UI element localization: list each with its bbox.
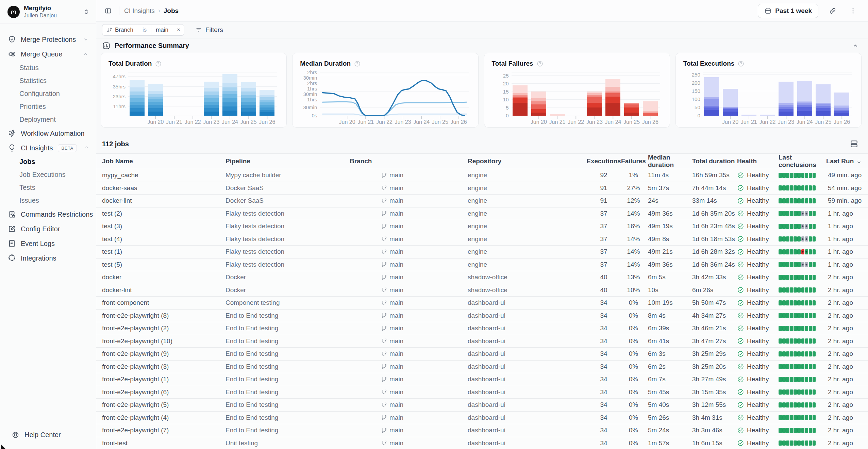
conclusion-success-square (813, 402, 816, 408)
filter-value[interactable]: main (151, 24, 173, 35)
table-row[interactable]: test (1)Flaky tests detectionmainengine3… (96, 246, 868, 259)
table-row[interactable]: front-e2e-playwright (8)End to End testi… (96, 310, 868, 322)
table-row[interactable]: front-testUnit testingmaindashboard-ui34… (96, 437, 868, 449)
branch-filter-chip[interactable]: Branch is main × (102, 24, 184, 36)
sidebar-item-jobs[interactable]: Jobs (0, 155, 96, 168)
conclusion-success-square (797, 351, 801, 356)
column-header-last-run[interactable]: Last Run (826, 157, 868, 165)
total-duration-cell: 1d 6h 23m 48s (692, 222, 737, 230)
branch-name: main (389, 363, 403, 370)
bar-jun-26 (643, 72, 658, 116)
conclusion-success-square (809, 364, 812, 369)
table-row[interactable]: mypy_cacheMypy cache buildermainengine92… (96, 169, 868, 182)
sidebar-item-statistics[interactable]: Statistics (0, 74, 96, 87)
conclusion-success-square (813, 440, 816, 446)
table-row[interactable]: front-e2e-playwright (3)End to End testi… (96, 361, 868, 373)
table-row[interactable]: test (4)Flaky tests detectionmainengine3… (96, 233, 868, 246)
filter-field[interactable]: Branch (102, 24, 138, 35)
table-row[interactable]: front-e2e-playwright (10)End to End test… (96, 335, 868, 348)
table-row[interactable]: front-e2e-playwright (4)End to End testi… (96, 412, 868, 425)
total-duration-cell: 1d 6h 36m 24s (692, 261, 737, 268)
y-axis-label: 10 (492, 97, 509, 102)
conclusion-success-square (797, 287, 801, 293)
sidebar-item-status[interactable]: Status (0, 62, 96, 74)
table-row[interactable]: test (5)Flaky tests detectionmainengine3… (96, 259, 868, 271)
health-cell: Healthy (737, 325, 779, 332)
table-row[interactable]: front-e2e-playwright (1)End to End testi… (96, 373, 868, 386)
share-link-button[interactable] (827, 5, 839, 17)
table-row[interactable]: dockerDockermainshadow-office4013%6m 5s3… (96, 271, 868, 284)
beta-badge: BETA (58, 144, 77, 152)
sidebar-item-tests[interactable]: Tests (0, 181, 96, 194)
column-header-label: Executions (586, 157, 621, 165)
conclusion-success-square (790, 440, 793, 446)
sidebar-item-config-editor[interactable]: Config Editor (0, 222, 96, 236)
table-row[interactable]: docker-lintDocker SaaSmainengine9112%24s… (96, 195, 868, 207)
more-options-button[interactable] (847, 5, 859, 17)
job-name-cell: front-test (102, 439, 226, 447)
view-toggle-icon[interactable] (849, 139, 859, 149)
sidebar-item-event-logs[interactable]: Event Logs (0, 236, 96, 251)
failures-cell: 1% (619, 171, 648, 179)
conclusion-success-square (805, 326, 808, 331)
sidebar-item-commands-restrictions[interactable]: Commands Restrictions (0, 207, 96, 222)
filters-button[interactable]: Filters (195, 26, 223, 34)
sidebar-item-help-center[interactable]: Help Center (0, 428, 96, 442)
breadcrumb-ci-insights[interactable]: CI Insights (124, 7, 155, 15)
column-header-job-name[interactable]: Job Name (102, 157, 226, 165)
conclusion-success-square (805, 185, 808, 190)
total-duration-cell: 7h 44m 14s (692, 184, 737, 192)
sidebar-collapse-button[interactable] (102, 5, 114, 17)
sidebar-item-integrations[interactable]: Integrations (0, 251, 96, 266)
filter-remove-button[interactable]: × (173, 24, 184, 35)
chevron-up-icon[interactable] (852, 42, 859, 49)
executions-cell: 92 (588, 171, 619, 179)
table-row[interactable]: docker-lintDockermainshadow-office4010%1… (96, 284, 868, 297)
conclusion-success-square (782, 275, 786, 280)
column-header-failures[interactable]: Failures (619, 157, 648, 165)
median-duration-cell: 6m 5s (648, 273, 692, 281)
last-conclusions-cell (779, 300, 826, 305)
table-row[interactable]: front-e2e-playwright (7)End to End testi… (96, 424, 868, 437)
bar-jun-23 (587, 72, 602, 116)
sidebar-item-label: Event Logs (21, 240, 89, 248)
column-header-repository[interactable]: Repository (468, 157, 588, 165)
table-row[interactable]: test (2)Flaky tests detectionmainengine3… (96, 207, 868, 220)
bar-jun-21 (741, 72, 756, 116)
sidebar-item-merge-queue[interactable]: Merge Queue (0, 47, 96, 62)
sidebar-item-deployment[interactable]: Deployment (0, 113, 96, 126)
conclusion-success-square (779, 440, 782, 446)
executions-cell: 40 (588, 286, 619, 294)
org-switcher[interactable]: Mergifyio Julien Danjou (0, 0, 96, 23)
date-range-button[interactable]: Past 1 week (758, 4, 818, 18)
table-row[interactable]: docker-saasDocker SaaSmainengine9127%5m … (96, 182, 868, 195)
last-conclusions-cell (779, 275, 826, 280)
table-row[interactable]: front-e2e-playwright (9)End to End testi… (96, 348, 868, 361)
x-axis-label: Jun 23 (395, 119, 411, 125)
table-row[interactable]: front-componentComponent testingmaindash… (96, 297, 868, 310)
sidebar-item-workflow-automation[interactable]: Workflow Automation (0, 126, 96, 141)
table-row[interactable]: front-e2e-playwright (5)End to End testi… (96, 399, 868, 412)
column-header-last-conclusions[interactable]: Last conclusions (779, 154, 826, 169)
conclusion-success-square (779, 313, 782, 318)
column-header-pipeline[interactable]: Pipeline (226, 157, 350, 165)
conclusion-success-square (805, 313, 808, 318)
failures-cell: 14% (619, 248, 648, 255)
column-header-total-duration[interactable]: Total duration (692, 157, 737, 165)
conclusion-success-square (801, 287, 805, 293)
table-row[interactable]: test (3)Flaky tests detectionmainengine3… (96, 220, 868, 233)
sidebar-item-configuration[interactable]: Configuration (0, 87, 96, 100)
table-row[interactable]: front-e2e-playwright (2)End to End testi… (96, 322, 868, 335)
column-header-median-duration[interactable]: Median duration (648, 154, 692, 169)
sidebar-item-priorities[interactable]: Priorities (0, 100, 96, 113)
sidebar-item-merge-protections[interactable]: Merge Protections (0, 32, 96, 47)
filter-operator[interactable]: is (138, 24, 151, 35)
column-header-executions[interactable]: Executions (588, 157, 619, 165)
conclusion-success-square (779, 236, 782, 242)
table-row[interactable]: front-e2e-playwright (6)End to End testi… (96, 386, 868, 399)
column-header-branch[interactable]: Branch (350, 157, 468, 165)
sidebar-item-issues[interactable]: Issues (0, 194, 96, 207)
sidebar-item-job-executions[interactable]: Job Executions (0, 168, 96, 181)
column-header-health[interactable]: Health (737, 157, 779, 165)
sidebar-item-ci-insights[interactable]: CI InsightsBETA (0, 141, 96, 155)
